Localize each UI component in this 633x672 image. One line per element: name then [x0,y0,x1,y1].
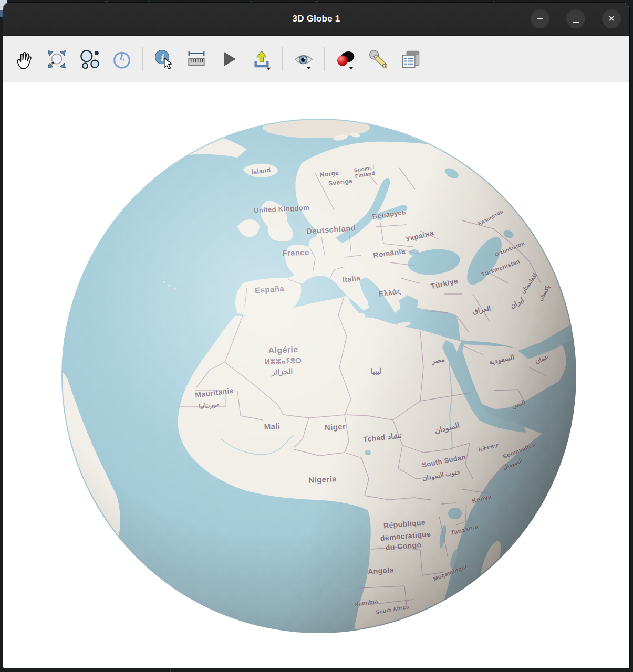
globe-viewport[interactable] [3,82,629,668]
measure-button[interactable] [183,41,210,77]
titlebar[interactable]: 3D Globe 1 ✕ [3,3,629,36]
zoom-extent-icon [46,47,67,71]
toolbar-separator [324,47,325,71]
play-animation-button[interactable] [215,41,243,77]
eye-icon [293,47,314,71]
toolbar-separator [142,47,143,71]
panel-toggle-button[interactable] [397,41,424,77]
zoom-full-extent-button[interactable] [43,41,70,77]
compass-button[interactable] [108,41,136,77]
compass-icon [111,47,132,71]
identify-button[interactable]: i [150,41,178,77]
desktop: 3D Globe 1 ✕ [0,0,633,672]
desktop-fragment-line [170,668,171,672]
circles-icon [79,47,100,71]
svg-text:i: i [161,51,164,62]
toolbar-separator [282,47,283,71]
minimize-icon [537,18,543,19]
pan-tool-button[interactable] [11,41,38,77]
zoom-scale-button[interactable] [76,41,103,77]
view-options-button[interactable] [290,41,317,77]
minimize-button[interactable] [531,9,549,28]
close-icon: ✕ [608,15,615,23]
toolbar: i [3,36,629,83]
window-title: 3D Globe 1 [293,14,340,24]
identify-cursor-icon: i [153,47,174,71]
maximize-button[interactable] [566,9,585,28]
maximize-icon [573,16,579,23]
close-button[interactable]: ✕ [602,9,621,28]
panel-icon [400,47,421,71]
globe-appearance-button[interactable] [332,41,359,77]
wrench-icon [368,47,389,71]
export-icon [251,47,272,71]
sphere-icon [335,47,356,71]
export-button[interactable] [248,41,275,77]
settings-button[interactable] [365,41,392,77]
window-controls: ✕ [531,9,621,28]
ruler-icon [186,47,207,71]
hand-icon [14,47,35,71]
globe-window: 3D Globe 1 ✕ [3,3,629,668]
play-icon [219,47,240,71]
